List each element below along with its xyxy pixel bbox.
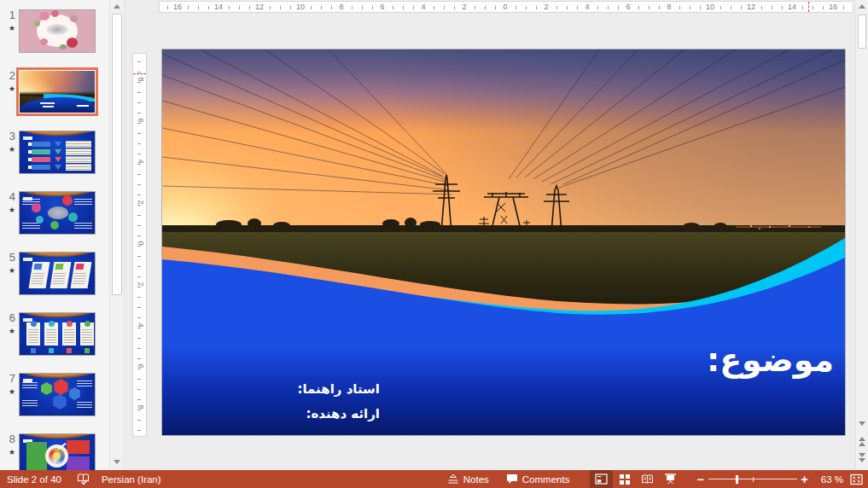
slide-indicator[interactable]: Slide 2 of 40 bbox=[7, 474, 61, 485]
star-icon: ★ bbox=[9, 84, 15, 93]
status-bar: Slide 2 of 40 Persian (Iran) Notes Comme… bbox=[0, 470, 868, 488]
zoom-slider[interactable] bbox=[708, 473, 797, 485]
scroll-down-icon[interactable] bbox=[110, 456, 124, 468]
slide-thumbnail-list[interactable]: 1★2★3★4★5★6★7★8★ bbox=[0, 0, 109, 470]
vertical-ruler: 864202468 bbox=[132, 53, 147, 437]
next-slide-icon[interactable] bbox=[856, 451, 868, 464]
supervisor-line: استاد راهنما: bbox=[297, 377, 380, 402]
thumbnail-gutter: 1★ bbox=[0, 9, 19, 53]
slide-thumbnail-5[interactable] bbox=[19, 252, 96, 295]
ruler-number: 4 bbox=[135, 322, 144, 327]
thumbnail-preview bbox=[20, 434, 95, 470]
spellcheck-icon[interactable] bbox=[77, 473, 90, 485]
ruler-number: 10 bbox=[704, 3, 716, 12]
slide-sorter-button[interactable] bbox=[613, 470, 636, 488]
slide-number: 7 bbox=[9, 373, 15, 385]
slide-thumbnail-6[interactable] bbox=[19, 312, 96, 356]
ruler-number: 14 bbox=[786, 3, 798, 12]
slide-thumbnail-7[interactable] bbox=[19, 373, 96, 416]
star-icon: ★ bbox=[9, 145, 15, 154]
reading-view-button[interactable] bbox=[636, 470, 659, 488]
zoom-controls: − + bbox=[692, 473, 812, 485]
comments-button[interactable]: Comments bbox=[498, 470, 579, 488]
slide-number: 3 bbox=[9, 131, 15, 142]
thumbnail-preview bbox=[20, 131, 95, 173]
slide-thumbnail-1[interactable] bbox=[19, 9, 96, 53]
slide-thumbnail-row[interactable]: 8★ bbox=[0, 433, 109, 470]
comments-label: Comments bbox=[522, 474, 570, 485]
ruler-cursor-marker bbox=[133, 73, 146, 74]
thumbnail-gutter: 7★ bbox=[0, 373, 19, 416]
ruler-number: 4 bbox=[135, 159, 144, 163]
comments-icon bbox=[506, 473, 518, 485]
zoom-slider-thumb[interactable] bbox=[736, 475, 738, 484]
fit-to-window-button[interactable] bbox=[850, 473, 863, 485]
slide-number: 1 bbox=[9, 9, 15, 21]
star-icon: ★ bbox=[9, 206, 15, 214]
thumbnail-gutter: 8★ bbox=[0, 433, 19, 470]
previous-slide-icon[interactable] bbox=[856, 435, 868, 448]
normal-view-icon bbox=[595, 473, 608, 485]
notes-button[interactable]: Notes bbox=[439, 470, 498, 488]
star-icon: ★ bbox=[9, 327, 15, 335]
slide-thumbnail-2[interactable] bbox=[19, 70, 96, 113]
thumbnail-preview bbox=[20, 374, 95, 415]
ruler-number: 10 bbox=[294, 3, 306, 12]
thumbnail-scrollbar[interactable] bbox=[109, 0, 125, 470]
slide-subtitle-textbox[interactable]: استاد راهنما: ارائه دهنده: bbox=[297, 377, 380, 427]
notes-icon bbox=[447, 473, 459, 485]
ruler-number: 6 bbox=[378, 3, 386, 12]
ruler-number: 0 bbox=[501, 3, 509, 12]
ruler-number: 8 bbox=[135, 404, 144, 409]
slide-sorter-icon bbox=[619, 473, 631, 485]
slide-canvas[interactable]: موضوع: استاد راهنما: ارائه دهنده: bbox=[162, 49, 845, 435]
thumbnail-preview bbox=[20, 71, 95, 113]
slide-number: 2 bbox=[9, 70, 15, 82]
thumbnail-preview bbox=[20, 192, 95, 234]
ruler-number: 8 bbox=[337, 3, 345, 12]
slide-thumbnail-3[interactable] bbox=[19, 131, 96, 174]
thumbnail-scrollbar-thumb[interactable] bbox=[112, 14, 122, 295]
ruler-cursor-marker bbox=[808, 2, 809, 12]
fit-to-window-icon bbox=[850, 473, 863, 485]
ruler-number: 2 bbox=[542, 3, 550, 12]
slide-number: 8 bbox=[9, 433, 15, 445]
slide-title-textbox[interactable]: موضوع: bbox=[707, 340, 834, 381]
slide-thumbnail-row[interactable]: 1★ bbox=[0, 9, 109, 53]
horizontal-ruler: 1614121086420246810121416 bbox=[159, 1, 853, 13]
thumbnail-gutter: 2★ bbox=[0, 70, 19, 113]
slide-thumbnail-row[interactable]: 3★ bbox=[0, 131, 109, 174]
zoom-in-button[interactable]: + bbox=[797, 473, 813, 485]
slide-thumbnail-row[interactable]: 4★ bbox=[0, 191, 109, 235]
star-icon: ★ bbox=[9, 24, 15, 32]
powerpoint-window: 1★2★3★4★5★6★7★8★ 16141210864202468101214… bbox=[0, 0, 868, 488]
star-icon: ★ bbox=[9, 387, 15, 396]
ruler-number: 6 bbox=[135, 363, 144, 368]
ruler-number: 12 bbox=[745, 3, 757, 12]
language-indicator[interactable]: Persian (Iran) bbox=[102, 474, 161, 485]
slide-scrollbar-thumb[interactable] bbox=[858, 15, 866, 49]
ruler-number: 8 bbox=[135, 77, 144, 81]
ruler-number: 0 bbox=[135, 241, 144, 245]
zoom-out-button[interactable]: − bbox=[692, 473, 708, 485]
scroll-up-icon[interactable] bbox=[110, 0, 124, 13]
slide-area-scrollbar[interactable] bbox=[855, 0, 868, 470]
slide-thumbnail-row[interactable]: 2★ bbox=[0, 70, 109, 113]
slide-thumbnail-row[interactable]: 6★ bbox=[0, 312, 109, 356]
slide-thumbnail-row[interactable]: 7★ bbox=[0, 373, 109, 416]
slide-thumbnail-row[interactable]: 5★ bbox=[0, 252, 109, 295]
zoom-percent[interactable]: 63 % bbox=[821, 474, 843, 485]
normal-view-button[interactable] bbox=[590, 470, 613, 488]
ruler-number: 16 bbox=[827, 3, 839, 12]
slide-thumbnail-8[interactable] bbox=[19, 433, 96, 470]
ruler-number: 2 bbox=[135, 282, 144, 286]
ruler-number: 2 bbox=[460, 3, 468, 12]
slide-number: 5 bbox=[9, 252, 15, 264]
scroll-up-icon[interactable] bbox=[856, 0, 868, 13]
slide-thumbnail-4[interactable] bbox=[19, 191, 96, 235]
ruler-number: 4 bbox=[583, 3, 591, 12]
scroll-down-icon[interactable] bbox=[856, 417, 868, 430]
thumbnail-gutter: 6★ bbox=[0, 312, 19, 356]
slideshow-button[interactable] bbox=[659, 470, 682, 488]
presenter-line: ارائه دهنده: bbox=[297, 402, 380, 427]
